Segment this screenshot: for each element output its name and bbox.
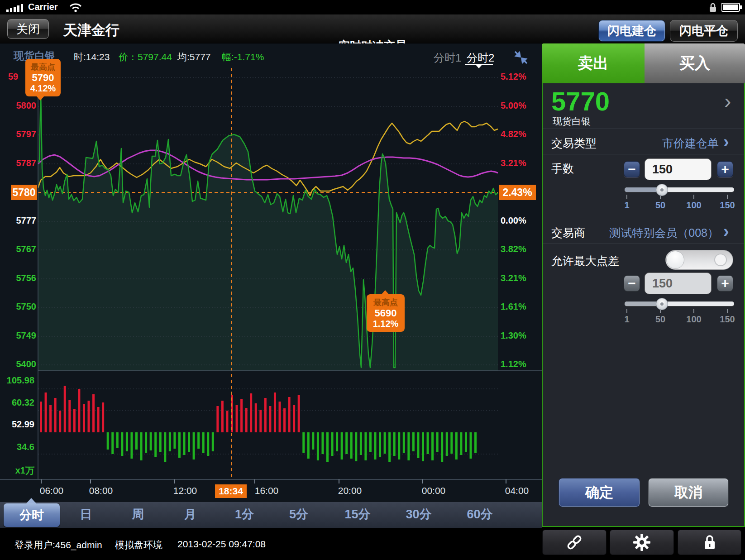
chart-extreme-tooltip: 最高点57904.12% <box>25 59 61 96</box>
max-spread-toggle-indicator <box>714 254 727 266</box>
spread-input[interactable] <box>645 273 712 294</box>
close-button[interactable]: 关闭 <box>7 19 49 39</box>
separator <box>543 244 744 244</box>
login-user-label: 登录用户:456_admin <box>14 539 102 551</box>
separator <box>543 129 744 129</box>
chart-extreme-tooltip: 最高点56901.12% <box>367 294 405 332</box>
tab-minute-chart-2[interactable]: 分时2 <box>467 51 494 65</box>
max-spread-label: 允许最大点差 <box>551 254 619 268</box>
trade-type-chevron-icon[interactable]: › <box>723 133 729 150</box>
lock-icon <box>703 534 716 550</box>
confirm-button[interactable]: 确定 <box>559 478 640 507</box>
battery-icon <box>721 3 742 12</box>
period-tab[interactable]: 日 <box>66 506 106 522</box>
tab-minute-chart-1[interactable]: 分时1 <box>434 51 461 65</box>
period-tab[interactable]: 1分 <box>224 506 265 522</box>
slider-tick-mark <box>626 309 627 313</box>
trade-type-value[interactable]: 市价建仓单 <box>616 136 719 151</box>
slider-tick-mark <box>727 195 728 199</box>
slider-tick-label: 150 <box>717 200 737 211</box>
slider-tick-mark <box>693 309 694 313</box>
trade-type-label: 交易类型 <box>551 136 597 151</box>
period-tab[interactable]: 周 <box>118 506 158 522</box>
spread-plus-button[interactable]: + <box>717 275 733 292</box>
orientation-lock-icon <box>709 2 717 13</box>
quote-chevron-icon[interactable]: › <box>724 91 731 111</box>
slider-tick-label: 100 <box>684 314 704 325</box>
slider-tick-mark <box>693 195 694 199</box>
period-tab[interactable]: 5分 <box>278 506 319 522</box>
chart-price-label: 价：5797.44 <box>119 51 172 63</box>
slider-tick-label: 50 <box>650 200 670 211</box>
tooltip-pointer <box>36 96 44 101</box>
lots-label: 手数 <box>551 161 574 176</box>
lots-slider-handle[interactable] <box>656 184 668 196</box>
brand-title: 天津金行 <box>63 21 119 40</box>
quote-price: 5770 <box>551 86 610 116</box>
slider-tick-label: 1 <box>617 200 637 211</box>
ios-status-bar: Carrier <box>0 0 745 14</box>
slider-tick-mark <box>626 195 627 199</box>
signal-strength-icon <box>6 3 26 12</box>
tooltip-percent: 1.12% <box>369 319 402 329</box>
period-tab-minute[interactable]: 分时 <box>4 503 60 527</box>
tooltip-percent: 4.12% <box>28 83 58 93</box>
period-tab[interactable]: 月 <box>170 506 210 522</box>
period-tab[interactable]: 30分 <box>398 506 439 522</box>
current-change-badge-right: 2.43% <box>499 185 536 200</box>
broker-label: 交易商 <box>551 225 585 240</box>
period-tab[interactable]: 60分 <box>459 506 500 522</box>
flash-close-position-button[interactable]: 闪电平仓 <box>670 20 738 42</box>
tooltip-title: 最高点 <box>369 297 402 308</box>
current-price-badge-left: 5780 <box>11 185 37 200</box>
spread-slider-handle[interactable] <box>656 298 668 310</box>
quote-symbol: 现货白银 <box>553 115 591 128</box>
tooltip-pointer <box>381 290 389 295</box>
gear-icon <box>633 533 651 551</box>
slider-tick-label: 150 <box>717 314 737 325</box>
chart-avg-label: 均:5777 <box>177 51 211 63</box>
tooltip-value: 5690 <box>369 308 402 319</box>
slider-tick-mark <box>660 195 661 199</box>
tooltip-title: 最高点 <box>28 62 58 72</box>
period-tab-notch <box>26 498 36 503</box>
slider-tick-label: 50 <box>650 314 670 325</box>
broker-chevron-icon[interactable]: › <box>723 223 729 240</box>
slider-tick-mark <box>727 309 728 313</box>
lots-input[interactable] <box>645 158 712 180</box>
cancel-button[interactable]: 取消 <box>648 478 729 507</box>
slider-tick-label: 1 <box>617 314 637 325</box>
link-icon <box>565 535 584 550</box>
tooltip-value: 5790 <box>28 72 58 83</box>
slider-tick-mark <box>660 309 661 313</box>
link-button[interactable] <box>542 530 607 555</box>
flash-open-position-button[interactable]: 闪电建仓 <box>598 20 665 42</box>
settings-button[interactable] <box>610 530 674 555</box>
spread-minus-button[interactable]: − <box>624 275 640 292</box>
crosshair-time-badge: 18:34 <box>215 484 247 498</box>
separator <box>543 154 744 154</box>
screen: Carrier 实时对冲交易 关闭 天津金行 闪电建仓 闪电平仓 现货白银 时:… <box>0 0 745 560</box>
chart-time-label: 时:14:23 <box>74 51 110 63</box>
slider-tick-label: 100 <box>684 200 704 211</box>
environment-label: 模拟盘环境 <box>115 539 162 551</box>
max-spread-toggle-knob[interactable] <box>666 251 684 269</box>
price-volume-plot[interactable] <box>0 68 542 484</box>
chart-range-label: 幅:-1.71% <box>222 51 264 63</box>
collapse-chart-icon[interactable] <box>513 50 529 65</box>
separator <box>543 213 744 213</box>
buy-tab[interactable]: 买入 <box>645 43 745 83</box>
sell-tab[interactable]: 卖出 <box>542 43 645 83</box>
lock-button[interactable] <box>678 530 741 555</box>
broker-value[interactable]: 测试特别会员（008） <box>607 225 719 240</box>
period-tab[interactable]: 15分 <box>337 506 378 522</box>
lots-plus-button[interactable]: + <box>717 161 733 177</box>
carrier-label: Carrier <box>28 2 58 12</box>
wifi-icon <box>69 2 82 12</box>
lots-minus-button[interactable]: − <box>624 161 640 177</box>
datetime-label: 2013-02-25 09:47:08 <box>177 539 266 550</box>
